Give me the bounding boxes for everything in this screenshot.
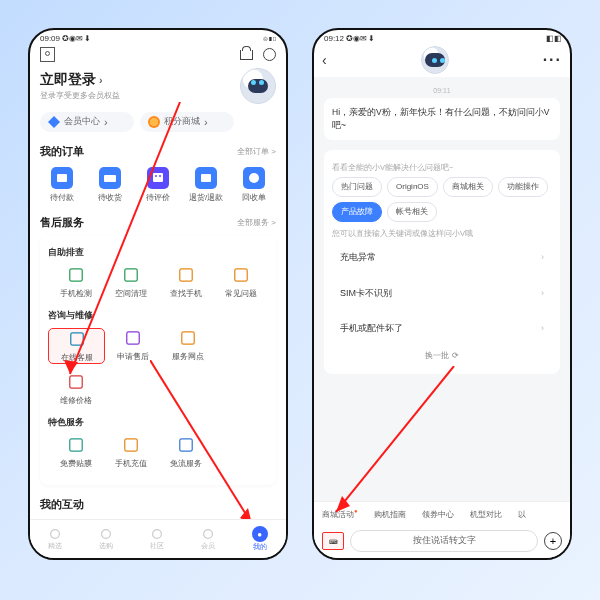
- svg-rect-15: [70, 333, 82, 345]
- bot-avatar: [421, 46, 449, 74]
- svg-rect-18: [69, 376, 81, 388]
- order-item[interactable]: 待评价: [136, 167, 180, 203]
- orders-more[interactable]: 全部订单 >: [237, 146, 276, 157]
- category-chip[interactable]: 产品故障: [332, 202, 382, 222]
- svg-rect-6: [153, 173, 163, 182]
- service-title: 售后服务: [40, 215, 84, 230]
- svg-point-8: [159, 175, 161, 177]
- greeting-bubble: Hi，亲爱的V粉，新年快乐！有什么问题，不妨问问小V吧~: [324, 98, 560, 140]
- quick-link[interactable]: 购机指南: [374, 510, 406, 519]
- more-icon[interactable]: ···: [543, 51, 562, 69]
- status-time: 09:12: [324, 34, 344, 43]
- service-item[interactable]: 手机充值: [103, 435, 158, 469]
- login-title[interactable]: 立即登录›: [40, 71, 120, 89]
- nav-item[interactable]: 选购: [99, 527, 113, 551]
- chat-timestamp: 09:11: [324, 87, 560, 94]
- faq-row[interactable]: 充电异常›: [332, 243, 552, 273]
- service-item[interactable]: 维修价格: [48, 372, 103, 406]
- svg-rect-21: [179, 439, 191, 451]
- quick-links[interactable]: 商城活动●购机指南领券中心机型对比以: [314, 501, 570, 524]
- voice-input[interactable]: 按住说话转文字: [350, 530, 538, 552]
- order-item[interactable]: 退货/退款: [184, 167, 228, 203]
- faq-row[interactable]: SIM卡不识别›: [332, 279, 552, 309]
- plus-icon[interactable]: +: [544, 532, 562, 550]
- nav-item[interactable]: 会员: [201, 527, 215, 551]
- service-item[interactable]: 服务网点: [160, 328, 215, 364]
- category-chip[interactable]: 商城相关: [443, 177, 493, 197]
- svg-point-27: [51, 530, 60, 539]
- svg-point-29: [153, 530, 162, 539]
- cart-icon[interactable]: [240, 50, 253, 60]
- status-icons: ✪ ◉ ✉ ⬇: [346, 34, 374, 43]
- category-chip[interactable]: 功能操作: [498, 177, 548, 197]
- svg-point-30: [203, 530, 212, 539]
- service-item[interactable]: 空间清理: [103, 265, 158, 299]
- svg-rect-16: [126, 332, 138, 344]
- svg-point-10: [249, 173, 259, 183]
- svg-point-7: [155, 175, 157, 177]
- service-item[interactable]: 免流服务: [158, 435, 213, 469]
- quick-link[interactable]: 领券中心: [422, 510, 454, 519]
- nav-item[interactable]: 社区: [150, 527, 164, 551]
- status-time: 09:09: [40, 34, 60, 43]
- svg-rect-20: [124, 439, 136, 451]
- bottom-nav: 精选选购社区会员●我的: [30, 519, 286, 558]
- message-icon[interactable]: [263, 48, 276, 61]
- interact-title: 我的互动: [40, 497, 84, 512]
- quick-link[interactable]: 以: [518, 510, 526, 519]
- refresh-button[interactable]: 换一批⟳: [332, 350, 552, 362]
- svg-rect-9: [201, 174, 211, 182]
- selfhelp-title: 自助排查: [48, 246, 268, 259]
- service-item[interactable]: 在线客服: [48, 328, 105, 364]
- svg-rect-12: [124, 269, 136, 281]
- nav-item[interactable]: 精选: [48, 527, 62, 551]
- order-item[interactable]: 回收单: [232, 167, 276, 203]
- service-item[interactable]: 申请售后: [105, 328, 160, 364]
- phone-left: 09:09✪ ◉ ✉ ⬇ ⌾ ▮▯ 立即登录› 登录享受更多会员权益 会员中心›…: [28, 28, 288, 560]
- svg-rect-5: [104, 175, 116, 182]
- keyboard-icon[interactable]: ⌨: [322, 532, 344, 550]
- category-chip[interactable]: OriginOS: [387, 177, 438, 197]
- status-bar: 09:09✪ ◉ ✉ ⬇ ⌾ ▮▯: [30, 30, 286, 43]
- avatar[interactable]: [240, 68, 276, 104]
- order-item[interactable]: 待付款: [40, 167, 84, 203]
- nav-mine[interactable]: ●我的: [252, 526, 268, 552]
- svg-rect-19: [69, 439, 81, 451]
- battery-icon: ◧ ▮▯: [546, 34, 560, 43]
- consult-title: 咨询与维修: [48, 309, 268, 322]
- quick-link[interactable]: 商城活动●: [322, 510, 358, 519]
- order-item[interactable]: 待收货: [88, 167, 132, 203]
- pill-mall[interactable]: 积分商城›: [140, 112, 234, 132]
- service-item[interactable]: 手机检测: [48, 265, 103, 299]
- svg-point-28: [102, 530, 111, 539]
- back-icon[interactable]: ‹: [322, 52, 327, 68]
- svg-rect-4: [57, 174, 67, 182]
- status-icons: ✪ ◉ ✉ ⬇: [62, 34, 90, 43]
- pill-member[interactable]: 会员中心›: [40, 112, 134, 132]
- coin-icon: [148, 116, 160, 128]
- service-item[interactable]: 常见问题: [213, 265, 268, 299]
- quick-link[interactable]: 机型对比: [470, 510, 502, 519]
- battery-icon: ⌾ ▮▯: [263, 34, 276, 43]
- diamond-icon: [48, 116, 60, 128]
- login-sub: 登录享受更多会员权益: [40, 90, 120, 101]
- status-bar: 09:12✪ ◉ ✉ ⬇ ◧ ▮▯: [314, 30, 570, 43]
- category-chip[interactable]: 帐号相关: [387, 202, 437, 222]
- faq-bubble: 看看全能的小V能解决什么问题吧~ 热门问题OriginOS商城相关功能操作产品故…: [324, 150, 560, 374]
- svg-rect-13: [179, 269, 191, 281]
- orders-title: 我的订单: [40, 144, 84, 159]
- svg-rect-11: [69, 269, 81, 281]
- svg-rect-14: [234, 269, 246, 281]
- settings-icon[interactable]: [40, 47, 55, 62]
- phone-right: 09:12✪ ◉ ✉ ⬇ ◧ ▮▯ ‹ ··· 09:11 Hi，亲爱的V粉，新…: [312, 28, 572, 560]
- service-item[interactable]: 免费贴膜: [48, 435, 103, 469]
- special-title: 特色服务: [48, 416, 268, 429]
- category-chip[interactable]: 热门问题: [332, 177, 382, 197]
- faq-row[interactable]: 手机或配件坏了›: [332, 314, 552, 344]
- svg-rect-17: [181, 332, 193, 344]
- service-more[interactable]: 全部服务 >: [237, 217, 276, 228]
- service-item[interactable]: 查找手机: [158, 265, 213, 299]
